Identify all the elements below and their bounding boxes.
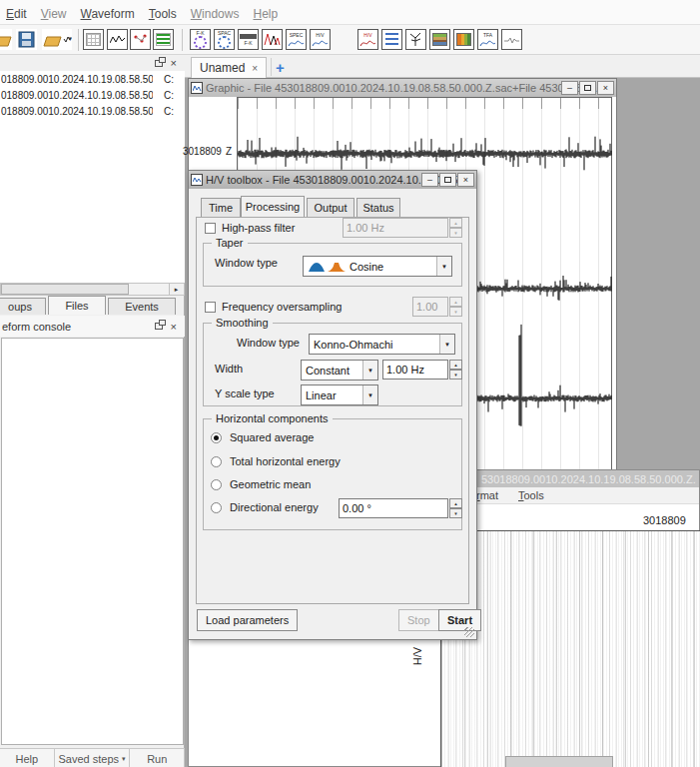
tab-groups[interactable]: oups [0, 298, 46, 315]
tab-output[interactable]: Output [307, 198, 354, 217]
combo-arrow-icon: ▼ [436, 257, 451, 276]
yscale-combo[interactable]: Linear ▼ [301, 384, 378, 405]
help-button[interactable]: Help [0, 749, 55, 767]
seismic-icon[interactable] [501, 29, 522, 50]
close-panel-icon[interactable]: × [171, 58, 177, 68]
freq-oversampling-spinbox[interactable]: 1.00 ▴▾ [412, 297, 462, 317]
hv-icon[interactable]: H/V [310, 29, 331, 50]
table-icon[interactable] [83, 29, 104, 50]
freq-oversampling-row: Frequency oversampling [205, 301, 342, 313]
spectrum-icon[interactable]: SPEC [286, 29, 307, 50]
menu-edit[interactable]: Edit [6, 7, 27, 21]
taper-window-type-combo[interactable]: Cosine ▼ [303, 256, 452, 277]
menu-waveform[interactable]: Waveform [81, 7, 135, 21]
results-scrollbar[interactable] [505, 756, 613, 767]
dialog-titlebar[interactable]: H/V toolbox - File 453018809.0010.2024.1… [189, 171, 476, 189]
spectrogram-icon[interactable] [262, 29, 283, 50]
application-window: Edit View Waveform Tools Windows Help ▾ … [0, 0, 700, 767]
open-icon[interactable] [0, 29, 12, 50]
array-icon[interactable] [381, 29, 402, 50]
float-panel-icon[interactable] [155, 60, 163, 67]
layers-icon[interactable] [429, 29, 450, 50]
high-pass-label: High-pass filter [222, 222, 295, 234]
load-parameters-button[interactable]: Load parameters [197, 609, 298, 631]
close-console-icon[interactable]: × [171, 322, 177, 332]
graphic-titlebar[interactable]: Graphic - File 453018809.0010.2024.10.19… [189, 79, 616, 97]
file-row[interactable]: 018809.0010.2024.10.19.08.58.50.000.N...… [0, 87, 185, 103]
width-value-spinbox[interactable]: 1.00 Hz ▴▾ [382, 360, 462, 380]
stop-button[interactable]: Stop [398, 609, 439, 631]
close-icon[interactable]: × [457, 173, 474, 187]
start-button[interactable]: Start [438, 609, 481, 631]
geometric-mean-radio[interactable] [211, 479, 222, 490]
console-title: eform console [2, 321, 71, 333]
spac-icon[interactable]: SPAC [214, 29, 235, 50]
panel-tabs: oups Files Events [0, 296, 185, 315]
file-row[interactable]: 018809.0010.2024.10.19.08.58.50.000.Z...… [0, 103, 185, 119]
spin-up-icon: ▴ [449, 297, 462, 307]
close-icon[interactable]: × [597, 81, 614, 95]
taper-shape-blue-icon [308, 260, 326, 273]
horizontal-scrollbar[interactable]: ▸ [0, 283, 185, 296]
menu-help[interactable]: Help [253, 7, 278, 21]
maximize-icon[interactable] [579, 81, 596, 95]
add-tab-button[interactable]: + [271, 58, 289, 76]
radio-row: Total horizontal energy [211, 455, 341, 467]
fk-icon[interactable]: F-K [190, 29, 211, 50]
hv-rotate-icon[interactable]: H/V [357, 29, 378, 50]
group-table-icon[interactable] [153, 29, 174, 50]
directional-energy-radio[interactable] [211, 502, 222, 513]
tfa-icon[interactable]: TFA [477, 29, 498, 50]
width-type-combo[interactable]: Constant ▼ [301, 360, 378, 381]
freq-oversampling-checkbox[interactable] [205, 302, 216, 313]
resize-grip[interactable] [464, 627, 474, 637]
file-panel-header: × [0, 55, 185, 71]
import-signal-icon[interactable]: ▾ [42, 29, 72, 50]
file-list: 018809.0010.2024.10.19.08.58.50.000.E...… [0, 71, 185, 283]
taper-window-type-label: Window type [215, 257, 278, 269]
menu-tools[interactable]: Tools [518, 489, 544, 501]
menu-windows[interactable]: Windows [191, 7, 240, 21]
combo-arrow-icon: ▼ [439, 335, 454, 354]
toolbar: ▾ F-K SPAC F-K SPEC H/V H/V TFA [0, 24, 700, 55]
results-title: 53018809.0010.2024.10.19.08.58.50.000.Z.… [481, 473, 696, 485]
tab-events[interactable]: Events [108, 298, 176, 315]
graphic-icon[interactable] [107, 29, 128, 50]
tab-close-icon[interactable]: × [252, 63, 258, 74]
tab-status[interactable]: Status [356, 198, 400, 217]
file-row[interactable]: 018809.0010.2024.10.19.08.58.50.000.E...… [0, 71, 185, 87]
spin-up-icon: ▴ [449, 218, 462, 228]
tab-time[interactable]: Time [201, 198, 241, 217]
fk-toolbar-icon[interactable]: F-K [238, 29, 259, 50]
directional-energy-spinbox[interactable]: 0.00 ° ▴▾ [339, 498, 462, 518]
document-tabbar: Unamed × + [185, 55, 700, 78]
menubar: Edit View Waveform Tools Windows Help [0, 4, 700, 24]
scroll-right-icon[interactable]: ▸ [169, 284, 183, 295]
run-button[interactable]: Run [130, 749, 185, 767]
maximize-icon[interactable] [439, 173, 456, 187]
float-console-icon[interactable] [155, 323, 163, 330]
high-pass-checkbox[interactable] [205, 223, 216, 234]
tab-unamed[interactable]: Unamed × [191, 57, 267, 78]
high-pass-spinbox[interactable]: 1.00 Hz ▴▾ [343, 218, 462, 238]
smoothing-window-type-combo[interactable]: Konno-Ohmachi ▼ [309, 334, 455, 355]
squared-average-radio[interactable] [211, 432, 222, 443]
menu-format[interactable]: rmat [476, 489, 498, 501]
total-horizontal-energy-radio[interactable] [211, 456, 222, 467]
hv-chart[interactable] [440, 530, 700, 767]
scrollbar-thumb[interactable] [1, 284, 129, 295]
file-name: 018809.0010.2024.10.19.08.58.50.000.N... [1, 90, 153, 101]
minimize-icon[interactable]: – [421, 173, 438, 187]
tab-files[interactable]: Files [48, 296, 106, 315]
minimize-icon[interactable]: – [561, 81, 578, 95]
chronogram-icon[interactable] [453, 29, 474, 50]
tab-processing[interactable]: Processing [241, 196, 305, 217]
save-icon[interactable] [16, 29, 37, 50]
waveform-console[interactable] [1, 338, 184, 745]
spin-down-icon: ▾ [449, 508, 462, 518]
map-icon[interactable] [130, 29, 151, 50]
menu-view[interactable]: View [41, 7, 67, 21]
tree-icon[interactable] [405, 29, 426, 50]
menu-tools[interactable]: Tools [149, 7, 177, 21]
saved-steps-button[interactable]: Saved steps▾ [55, 749, 131, 767]
